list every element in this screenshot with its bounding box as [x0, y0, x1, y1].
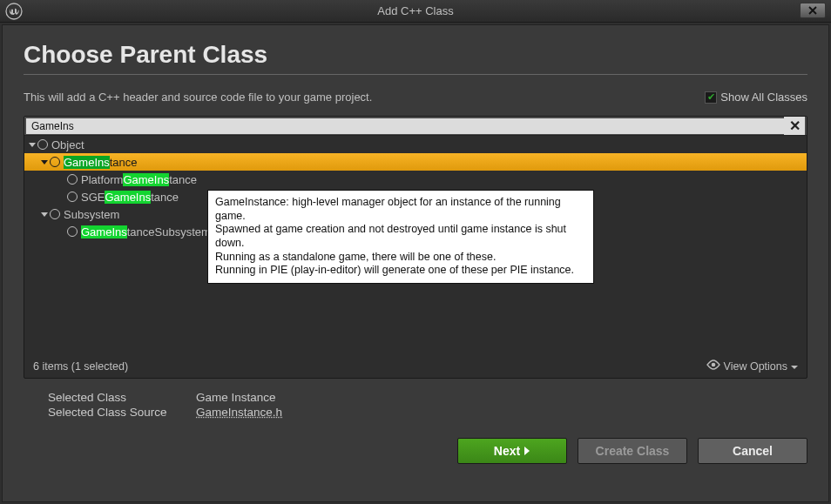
tooltip-line: Spawned at game creation and not destroy… [215, 223, 586, 250]
svg-point-1 [711, 363, 715, 367]
tooltip-line: Running as a standalone game, there will… [215, 251, 586, 265]
radio-icon [50, 209, 60, 219]
eye-icon [706, 360, 720, 373]
radio-icon [67, 192, 78, 202]
cancel-button[interactable]: Cancel [698, 438, 807, 464]
tree-item-label: Object [51, 138, 84, 151]
tree-footer: 6 items (1 selected) View Options [24, 354, 807, 378]
next-button-label: Next [494, 444, 520, 458]
view-options-dropdown[interactable]: View Options [706, 360, 798, 373]
radio-icon [67, 226, 78, 237]
radio-icon [50, 157, 60, 167]
next-button[interactable]: Next [457, 438, 567, 464]
tooltip-line: GameInstance: high-level manager object … [215, 196, 586, 223]
close-button[interactable] [800, 3, 826, 18]
svg-point-0 [6, 3, 22, 19]
tree-row[interactable]: Object [24, 136, 807, 153]
search-input[interactable] [26, 118, 784, 134]
expand-caret-icon[interactable] [40, 158, 49, 165]
chevron-right-icon [524, 444, 530, 458]
create-class-label: Create Class [596, 444, 670, 458]
add-cpp-class-dialog: Add C++ Class Choose Parent Class This w… [0, 0, 831, 504]
divider [24, 74, 807, 75]
selected-source-value[interactable]: GameInstance.h [196, 406, 807, 419]
tree-row[interactable]: GameInstance [24, 153, 807, 171]
tree-item-label: GameInstance [64, 156, 138, 169]
tree-item-label: GameInstanceSubsystem [81, 225, 211, 239]
tree-status-text: 6 items (1 selected) [33, 360, 128, 373]
header-row: This will add a C++ header and source co… [24, 91, 807, 104]
dialog-content: Choose Parent Class This will add a C++ … [2, 24, 829, 502]
checkbox-label: Show All Classes [720, 91, 807, 104]
subtitle-text: This will add a C++ header and source co… [24, 91, 372, 104]
show-all-classes-checkbox[interactable]: Show All Classes [705, 91, 807, 104]
radio-icon [67, 174, 78, 185]
create-class-button: Create Class [578, 438, 687, 464]
page-title: Choose Parent Class [24, 41, 807, 69]
close-icon: ✕ [789, 118, 801, 134]
unreal-logo-icon [5, 3, 23, 20]
tree-item-label: PlatformGameInstance [81, 173, 197, 186]
view-options-label: View Options [724, 360, 787, 373]
chevron-down-icon [791, 360, 798, 373]
tooltip-line: Running in PIE (play-in-editor) will gen… [215, 264, 586, 278]
class-tree-panel: ✕ ObjectGameInstancePlatformGameInstance… [24, 116, 807, 379]
radio-icon [37, 139, 48, 150]
close-icon [807, 4, 818, 17]
selected-class-value: Game Instance [196, 391, 807, 404]
class-tree[interactable]: ObjectGameInstancePlatformGameInstanceSG… [24, 136, 807, 354]
cancel-button-label: Cancel [733, 444, 773, 458]
expand-caret-icon[interactable] [28, 141, 37, 148]
selected-class-info: Selected Class Game Instance Selected Cl… [48, 391, 807, 419]
expand-caret-icon[interactable] [40, 211, 49, 218]
window-title: Add C++ Class [0, 4, 831, 17]
selected-class-label: Selected Class [48, 391, 196, 404]
clear-search-button[interactable]: ✕ [784, 117, 805, 135]
tree-item-label: Subsystem [64, 208, 119, 221]
checkbox-icon [705, 91, 717, 104]
class-tooltip: GameInstance: high-level manager object … [207, 190, 594, 284]
selected-source-label: Selected Class Source [48, 406, 196, 419]
search-row: ✕ [24, 117, 807, 136]
titlebar: Add C++ Class [0, 0, 831, 23]
tree-item-label: SGEGameInstance [81, 191, 179, 204]
tree-row[interactable]: PlatformGameInstance [24, 171, 807, 188]
button-row: Next Create Class Cancel [24, 438, 807, 464]
